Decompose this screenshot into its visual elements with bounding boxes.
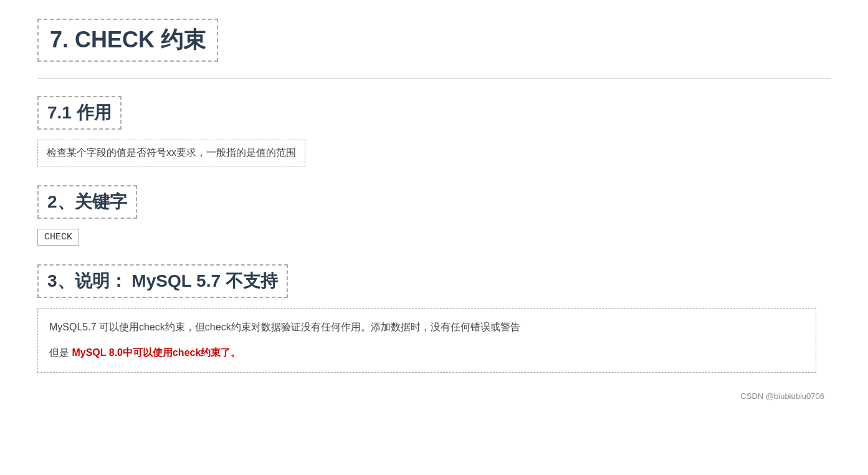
section-description-subtitle-box: 3、说明： MySQL 5.7 不支持 — [37, 264, 288, 298]
main-divider — [37, 78, 831, 79]
section-purpose-subtitle: 7.1 作用 — [47, 103, 112, 122]
description-line2-highlight: MySQL 8.0中可以使用check约束了。 — [72, 347, 241, 358]
section-purpose: 7.1 作用 检查某个字段的值是否符号xx要求，一般指的是值的范围 — [37, 96, 831, 166]
footer: CSDN @biubiubiu0706 — [37, 391, 831, 401]
section-description-subtitle: 3、说明： MySQL 5.7 不支持 — [47, 271, 278, 290]
section-description: 3、说明： MySQL 5.7 不支持 MySQL5.7 可以使用check约束… — [37, 264, 831, 373]
main-title: 7. CHECK 约束 — [50, 27, 206, 52]
description-line2-prefix: 但是 — [49, 347, 72, 358]
section-purpose-content: 检查某个字段的值是否符号xx要求，一般指的是值的范围 — [37, 140, 305, 166]
main-title-container: 7. CHECK 约束 — [37, 19, 831, 72]
section-keyword-subtitle-box: 2、关键字 — [37, 185, 137, 219]
section-keyword-subtitle: 2、关键字 — [47, 192, 127, 211]
section-purpose-subtitle-box: 7.1 作用 — [37, 96, 122, 130]
description-line2: 但是 MySQL 8.0中可以使用check约束了。 — [49, 344, 804, 362]
section-description-content: MySQL5.7 可以使用check约束，但check约束对数据验证没有任何作用… — [37, 308, 816, 373]
description-line1: MySQL5.7 可以使用check约束，但check约束对数据验证没有任何作用… — [49, 322, 520, 332]
keyword-check: CHECK — [37, 229, 79, 246]
main-title-box: 7. CHECK 约束 — [37, 19, 218, 62]
section-keyword: 2、关键字 CHECK — [37, 185, 831, 246]
